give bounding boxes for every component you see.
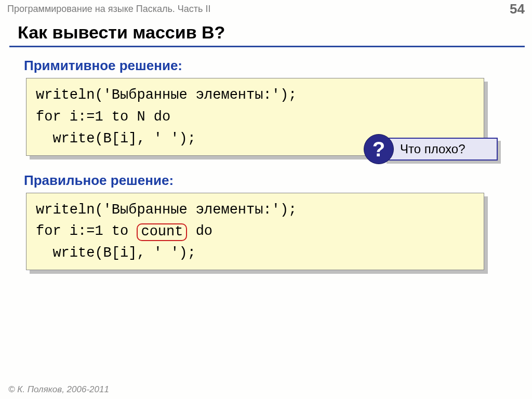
callout: Что плохо? ? [364,135,520,166]
code-line: writeln('Выбранные элементы:'); [36,87,297,103]
highlighted-keyword-count: count [137,223,187,241]
footer-copyright: © К. Поляков, 2006-2011 [8,384,109,395]
course-label: Программирование на языке Паскаль. Часть… [7,4,210,15]
page-number: 54 [510,1,525,17]
code-line-part: for i:=1 to [36,223,137,239]
code-line: write(B[i], ' '); [36,131,196,147]
code-line: for i:=1 to N do [36,109,170,125]
code-line: write(B[i], ' '); [36,245,196,261]
correct-code-block: writeln('Выбранные элементы:'); for i:=1… [26,193,484,271]
code-line-part: do [187,223,212,239]
page-title: Как вывести массив B? [0,17,532,46]
question-icon: ? [364,134,394,164]
callout-text: Что плохо? [400,142,466,156]
code-line: writeln('Выбранные элементы:'); [36,202,297,218]
callout-box: Что плохо? [383,138,498,161]
header-bar: Программирование на языке Паскаль. Часть… [0,0,532,17]
correct-code: writeln('Выбранные элементы:'); for i:=1… [26,193,484,271]
correct-label: Правильное решение: [24,172,511,189]
primitive-label: Примитивное решение: [24,58,511,74]
